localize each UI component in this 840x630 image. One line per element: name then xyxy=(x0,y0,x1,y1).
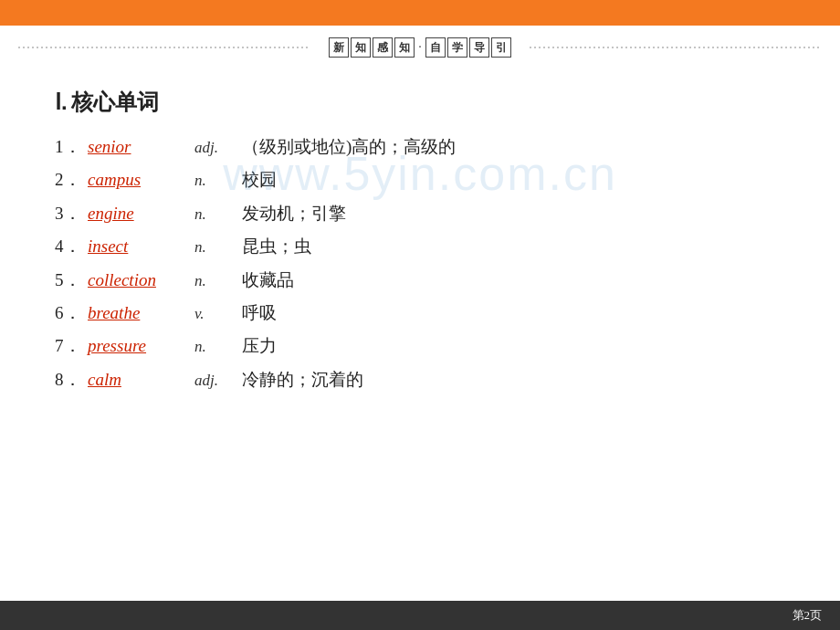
section-label: 核心单词 xyxy=(71,89,159,114)
word-pos-1: adj. xyxy=(194,135,242,160)
word-list: 1． senior adj. （级别或地位)高的；高级的 2． campus n… xyxy=(55,133,785,394)
list-item: 7． pressure n. 压力 xyxy=(55,332,785,360)
badge-char-2: 知 xyxy=(351,37,371,58)
badge-char-8: 引 xyxy=(491,37,511,58)
word-english-6: breathe xyxy=(88,299,193,327)
word-pos-3: n. xyxy=(194,202,242,226)
page-number: 第2页 xyxy=(793,607,823,624)
badge-char-4: 知 xyxy=(394,37,415,58)
word-english-2: campus xyxy=(88,166,193,194)
badge-separator: · xyxy=(418,40,422,55)
word-pos-6: v. xyxy=(194,301,242,326)
badge-char-7: 导 xyxy=(469,37,489,58)
list-item: 5． collection n. 收藏品 xyxy=(55,267,785,294)
word-english-8: calm xyxy=(88,366,193,394)
word-meaning-2: 校园 xyxy=(242,166,277,194)
word-num-5: 5． xyxy=(55,267,88,294)
word-meaning-4: 昆虫；虫 xyxy=(242,233,311,260)
word-english-5: collection xyxy=(88,267,193,294)
banner-lines-right xyxy=(530,47,822,48)
word-meaning-1: （级别或地位)高的；高级的 xyxy=(242,133,456,161)
list-item: 1． senior adj. （级别或地位)高的；高级的 xyxy=(55,133,785,161)
word-english-7: pressure xyxy=(88,332,193,360)
list-item: 4． insect n. 昆虫；虫 xyxy=(55,233,785,260)
list-item: 2． campus n. 校园 xyxy=(55,166,785,194)
word-pos-5: n. xyxy=(194,268,242,293)
list-item: 6． breathe v. 呼吸 xyxy=(55,299,785,327)
banner-lines-left xyxy=(18,47,310,48)
word-pos-4: n. xyxy=(194,235,242,259)
word-english-4: insect xyxy=(88,233,193,260)
word-num-7: 7． xyxy=(55,332,88,360)
banner-badge: 新 知 感 知 · 自 学 导 引 xyxy=(321,37,519,58)
badge-char-1: 新 xyxy=(329,37,349,58)
word-pos-8: adj. xyxy=(194,368,242,393)
word-pos-7: n. xyxy=(194,334,242,359)
badge-char-3: 感 xyxy=(373,37,393,58)
list-item: 3． engine n. 发动机；引擎 xyxy=(55,200,785,227)
word-english-1: senior xyxy=(88,133,193,161)
word-num-4: 4． xyxy=(55,233,88,260)
word-num-2: 2． xyxy=(55,166,88,194)
word-meaning-5: 收藏品 xyxy=(242,267,294,294)
section-title: Ⅰ.核心单词 xyxy=(55,88,785,117)
badge-char-5: 自 xyxy=(425,37,446,58)
word-english-3: engine xyxy=(88,200,193,227)
badge-char-6: 学 xyxy=(447,37,467,58)
top-bar xyxy=(0,0,840,26)
word-num-8: 8． xyxy=(55,366,88,394)
word-meaning-3: 发动机；引擎 xyxy=(242,200,346,227)
word-meaning-6: 呼吸 xyxy=(242,299,277,327)
bottom-bar: 第2页 xyxy=(0,601,840,630)
word-num-1: 1． xyxy=(55,133,88,161)
word-meaning-8: 冷静的；沉着的 xyxy=(242,366,363,394)
word-meaning-7: 压力 xyxy=(242,332,277,360)
word-pos-2: n. xyxy=(194,168,242,193)
list-item: 8． calm adj. 冷静的；沉着的 xyxy=(55,366,785,394)
word-num-6: 6． xyxy=(55,299,88,327)
banner: 新 知 感 知 · 自 学 导 引 xyxy=(0,26,840,69)
word-num-3: 3． xyxy=(55,200,88,227)
main-content: Ⅰ.核心单词 1． senior adj. （级别或地位)高的；高级的 2． c… xyxy=(0,69,840,412)
section-roman: Ⅰ. xyxy=(55,89,68,114)
